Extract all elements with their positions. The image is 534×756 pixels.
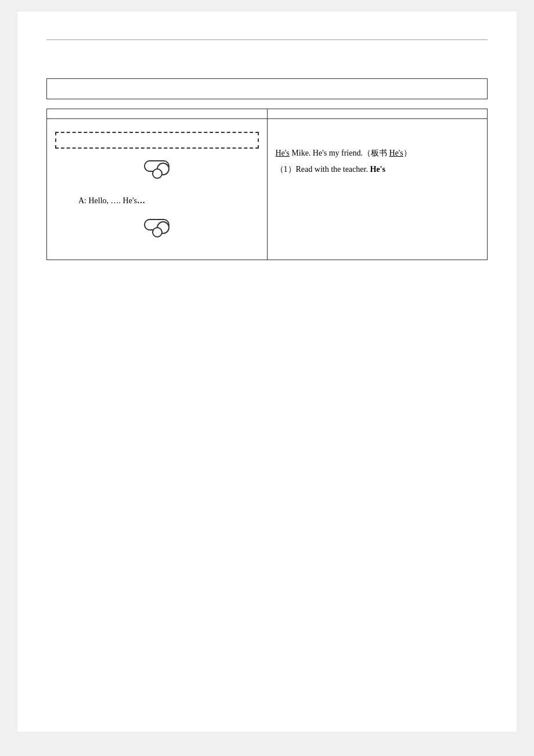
cloud-two-container bbox=[55, 213, 259, 242]
main-table: A: Hello, …. He's… bbox=[46, 109, 488, 260]
cloud-one bbox=[144, 160, 169, 172]
right-cell: He's Mike. He's my friend.（板书 He's） （1）R… bbox=[267, 119, 488, 260]
top-header bbox=[46, 35, 488, 40]
cloud-two bbox=[144, 219, 169, 231]
page-title bbox=[46, 52, 488, 67]
cloud-one-container bbox=[55, 154, 259, 183]
col-left-header bbox=[47, 109, 268, 119]
page: A: Hello, …. He's… bbox=[17, 12, 517, 732]
objectives-box bbox=[46, 78, 488, 99]
col-right-header bbox=[267, 109, 488, 119]
pairs-line-1: A: Hello, …. He's… bbox=[55, 195, 259, 207]
step2-line-5: He's Mike. He's my friend.（板书 He's） bbox=[276, 147, 479, 160]
dashed-dialogue-box bbox=[55, 132, 259, 149]
left-cell: A: Hello, …. He's… bbox=[47, 119, 268, 260]
paren2-1: （1）Read with the teacher. He's bbox=[276, 163, 479, 177]
